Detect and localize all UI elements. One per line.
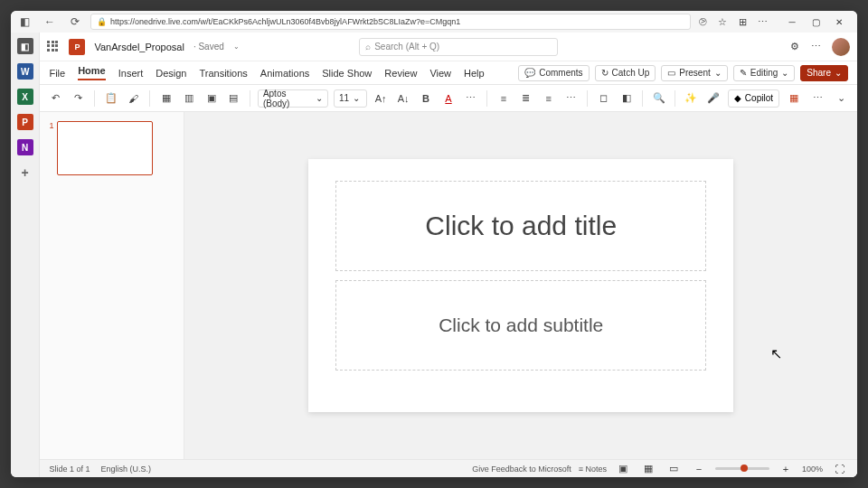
share-button[interactable]: Share ⌄: [800, 65, 848, 81]
tab-icon[interactable]: ◧: [14, 12, 34, 32]
add-app-icon[interactable]: +: [17, 164, 33, 181]
tab-animations[interactable]: Animations: [260, 68, 309, 79]
title-placeholder[interactable]: Click to add title: [335, 181, 706, 271]
redo-button[interactable]: ↷: [70, 89, 87, 108]
tab-file[interactable]: File: [49, 68, 65, 79]
ribbon-more-icon[interactable]: ⋯: [808, 89, 826, 108]
reading-view-button[interactable]: ▭: [665, 460, 683, 478]
format-painter-button[interactable]: 🖌: [125, 89, 142, 108]
dictate-button[interactable]: 🎤: [705, 89, 722, 108]
paste-button[interactable]: 📋: [102, 89, 119, 108]
tab-insert[interactable]: Insert: [118, 68, 144, 79]
slide-counter: Slide 1 of 1: [49, 465, 90, 474]
new-slide-button[interactable]: ▦: [157, 89, 175, 108]
increase-font-button[interactable]: A↑: [373, 89, 390, 108]
tab-design[interactable]: Design: [156, 68, 186, 79]
slide-thumbnail-panel: 1: [40, 112, 184, 459]
align-button[interactable]: ≡: [540, 89, 557, 108]
reset-button[interactable]: ▣: [203, 89, 220, 108]
user-avatar[interactable]: [832, 38, 850, 56]
favorite-icon[interactable]: ☆: [716, 15, 729, 28]
grid-view-button[interactable]: ▦: [785, 89, 803, 108]
font-more-icon[interactable]: ⋯: [463, 89, 480, 108]
minimize-button[interactable]: ─: [781, 13, 803, 31]
ribbon-tabs: File Home Insert Design Transitions Anim…: [40, 61, 857, 85]
refresh-button[interactable]: ⟳: [65, 12, 85, 32]
language-status[interactable]: English (U.S.): [100, 465, 151, 474]
chevron-down-icon[interactable]: ⌄: [233, 42, 240, 51]
tab-transitions[interactable]: Transitions: [199, 68, 247, 79]
copilot-button[interactable]: ◆ Copilot: [728, 89, 779, 108]
app-launcher-strip: ◧ W X P N +: [11, 33, 40, 477]
catchup-button[interactable]: ↻ Catch Up: [595, 65, 656, 81]
fit-window-button[interactable]: ⛶: [830, 460, 848, 478]
undo-button[interactable]: ↶: [47, 89, 64, 108]
ribbon-toolbar: ↶ ↷ 📋 🖌 ▦ ▥ ▣ ▤ Aptos (Body) ⌄ 11 ⌄ A↑ A…: [40, 85, 857, 112]
close-button[interactable]: ✕: [828, 13, 850, 31]
app-window: ◧ ← ⟳ 🔒 https://onedrive.live.com/w/t/Ea…: [11, 11, 857, 477]
word-app-icon[interactable]: W: [17, 63, 33, 80]
normal-view-button[interactable]: ▣: [614, 460, 632, 478]
notes-button[interactable]: ≡ Notes: [579, 465, 607, 474]
search-icon: ⌕: [365, 42, 371, 52]
address-bar[interactable]: 🔒 https://onedrive.live.com/w/t/EaCKkPs6…: [90, 14, 691, 30]
font-family-select[interactable]: Aptos (Body) ⌄: [258, 89, 328, 108]
font-size-select[interactable]: 11 ⌄: [334, 89, 367, 108]
browser-more-icon[interactable]: ⋯: [756, 15, 769, 28]
font-color-button[interactable]: A: [440, 89, 458, 108]
browser-toolbar: ◧ ← ⟳ 🔒 https://onedrive.live.com/w/t/Ea…: [11, 11, 857, 33]
bold-button[interactable]: B: [418, 89, 435, 108]
url-text: https://onedrive.live.com/w/t/EaCKkPs6Ac…: [110, 17, 460, 26]
title-bar: P VanArsdel_Proposal · Saved ⌄ ⌕ Search …: [40, 33, 857, 61]
decrease-font-button[interactable]: A↓: [395, 89, 412, 108]
designer-button[interactable]: ✨: [683, 89, 700, 108]
numbering-button[interactable]: ≣: [517, 89, 534, 108]
tab-home[interactable]: Home: [78, 65, 106, 80]
excel-app-icon[interactable]: X: [17, 89, 33, 105]
feedback-link[interactable]: Give Feedback to Microsoft: [472, 465, 571, 474]
back-button[interactable]: ←: [40, 12, 60, 32]
read-aloud-icon[interactable]: ⧁: [696, 15, 709, 28]
collections-icon[interactable]: ⊞: [736, 15, 749, 28]
present-button[interactable]: ▭ Present ⌄: [661, 65, 727, 81]
slide-thumbnail-1[interactable]: [57, 121, 153, 175]
document-name[interactable]: VanArsdel_Proposal: [94, 42, 184, 52]
sorter-view-button[interactable]: ▦: [639, 460, 657, 478]
tab-view[interactable]: View: [429, 68, 451, 79]
window-controls: ─ ▢ ✕: [781, 13, 850, 31]
ribbon-collapse-icon[interactable]: ⌄: [832, 89, 850, 108]
find-button[interactable]: 🔍: [650, 89, 667, 108]
slide-canvas-area[interactable]: Click to add title Click to add subtitle: [184, 112, 857, 459]
powerpoint-logo-icon: P: [69, 39, 85, 55]
settings-icon[interactable]: ⚙: [788, 41, 801, 53]
tab-slideshow[interactable]: Slide Show: [322, 68, 372, 79]
status-bar: Slide 1 of 1 English (U.S.) Give Feedbac…: [40, 459, 857, 477]
title-more-icon[interactable]: ⋯: [810, 41, 823, 53]
search-placeholder: Search (Alt + Q): [374, 42, 439, 52]
layout-button[interactable]: ▥: [180, 89, 197, 108]
slide: Click to add title Click to add subtitle: [308, 159, 733, 412]
subtitle-placeholder[interactable]: Click to add subtitle: [335, 280, 706, 371]
powerpoint-app-icon[interactable]: P: [17, 114, 33, 130]
search-input[interactable]: ⌕ Search (Alt + Q): [359, 38, 558, 56]
para-more-icon[interactable]: ⋯: [562, 89, 580, 108]
lock-icon: 🔒: [97, 17, 107, 26]
editing-button[interactable]: ✎ Editing ⌄: [733, 65, 796, 81]
zoom-out-button[interactable]: −: [690, 460, 708, 478]
shapes-button[interactable]: ◻: [595, 89, 612, 108]
onenote-app-icon[interactable]: N: [17, 139, 33, 155]
app-launcher-icon[interactable]: [47, 41, 60, 53]
zoom-level[interactable]: 100%: [802, 465, 823, 474]
save-status: · Saved: [193, 42, 224, 52]
tab-help[interactable]: Help: [464, 68, 485, 79]
home-app-icon[interactable]: ◧: [17, 38, 33, 54]
tab-review[interactable]: Review: [384, 68, 417, 79]
bullets-button[interactable]: ≡: [495, 89, 512, 108]
maximize-button[interactable]: ▢: [805, 13, 826, 31]
zoom-slider[interactable]: [715, 467, 769, 470]
thumbnail-number: 1: [49, 121, 53, 175]
section-button[interactable]: ▤: [225, 89, 242, 108]
comments-button[interactable]: 💬 Comments: [518, 65, 589, 81]
zoom-in-button[interactable]: +: [777, 460, 795, 478]
arrange-button[interactable]: ◧: [618, 89, 635, 108]
